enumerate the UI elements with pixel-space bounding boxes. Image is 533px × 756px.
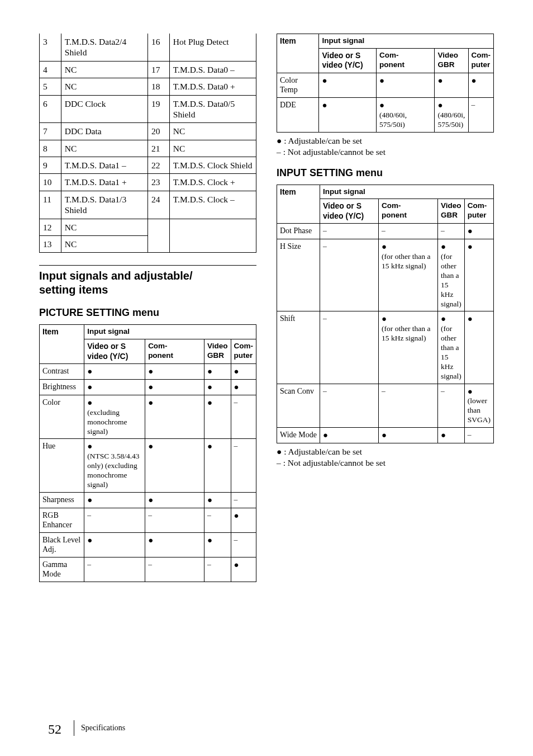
section-heading-input-signals-2: setting items [39, 283, 256, 297]
table-row: 4NC17T.M.D.S. Data0 – [40, 61, 256, 78]
table-row: Shift–●(for other than a 15 kHz signal)●… [277, 311, 494, 384]
table-row: Wide Mode●●●– [277, 428, 494, 443]
table-row: DDE●●(480/60i, 575/50i)●(480/60i, 575/50… [277, 97, 494, 132]
section-heading-input-signals-1: Input signals and adjustable/ [39, 269, 256, 283]
input-setting-heading: INPUT SETTING menu [277, 167, 494, 179]
table-row: 3T.M.D.S. Data2/4 Shield16Hot Plug Detec… [40, 34, 256, 61]
table-row: 6DDC Clock19T.M.D.S. Data0/5 Shield [40, 95, 256, 123]
table-row: 8NC21NC [40, 140, 256, 157]
picture-setting-table: ItemInput signalVideo or S video (Y/C)Co… [39, 324, 256, 582]
legend-adjustable-2: ● : Adjustable/can be set [277, 447, 494, 457]
table-row: 10T.M.D.S. Data1 +23T.M.D.S. Clock + [40, 174, 256, 191]
table-row: Brightness●●●● [40, 380, 256, 395]
picture-setting-heading: PICTURE SETTING menu [39, 307, 256, 319]
page-number: 52 [48, 722, 61, 737]
table-row: 5NC18T.M.D.S. Data0 + [40, 78, 256, 95]
legend-adjustable-1: ● : Adjustable/can be set [277, 136, 494, 146]
table-row: RGB Enhancer–––● [40, 508, 256, 532]
table-row: H Size–●(for other than a 15 kHz signal)… [277, 239, 494, 311]
table-row: 13NC [40, 235, 256, 252]
table-row: Hue●(NTSC 3.58/4.43 only) (excluding mon… [40, 439, 256, 492]
table-row: Dot Phase–––● [277, 224, 494, 239]
table-row: 9T.M.D.S. Data1 –22T.M.D.S. Clock Shield [40, 157, 256, 174]
table-row: Color Temp●●●● [277, 73, 494, 97]
pin-assignment-table: 3T.M.D.S. Data2/4 Shield16Hot Plug Detec… [39, 34, 256, 253]
table-row: Scan Conv–––●(lower than SVGA) [277, 384, 494, 428]
page-label: Specifications [74, 720, 125, 736]
table-row: Color●(excluding monochrome signal)●●– [40, 395, 256, 439]
picture-setting-table-cont: ItemInput signalVideo or S video (Y/C)Co… [277, 34, 494, 133]
table-row: Gamma Mode–––● [40, 557, 256, 582]
table-row: 11T.M.D.S. Data1/3 Shield24T.M.D.S. Cloc… [40, 191, 256, 219]
table-row: Black Level Adj.●●●– [40, 532, 256, 557]
table-row: 12NC [40, 219, 256, 235]
table-row: Sharpness●●●– [40, 492, 256, 508]
input-setting-table: ItemInput signalVideo or S video (Y/C)Co… [277, 185, 494, 443]
table-row: 7DDC Data20NC [40, 123, 256, 140]
legend-not-adjustable-1: – : Not adjustable/cannot be set [277, 147, 494, 157]
table-row: Contrast●●●● [40, 364, 256, 380]
legend-not-adjustable-2: – : Not adjustable/cannot be set [277, 458, 494, 468]
